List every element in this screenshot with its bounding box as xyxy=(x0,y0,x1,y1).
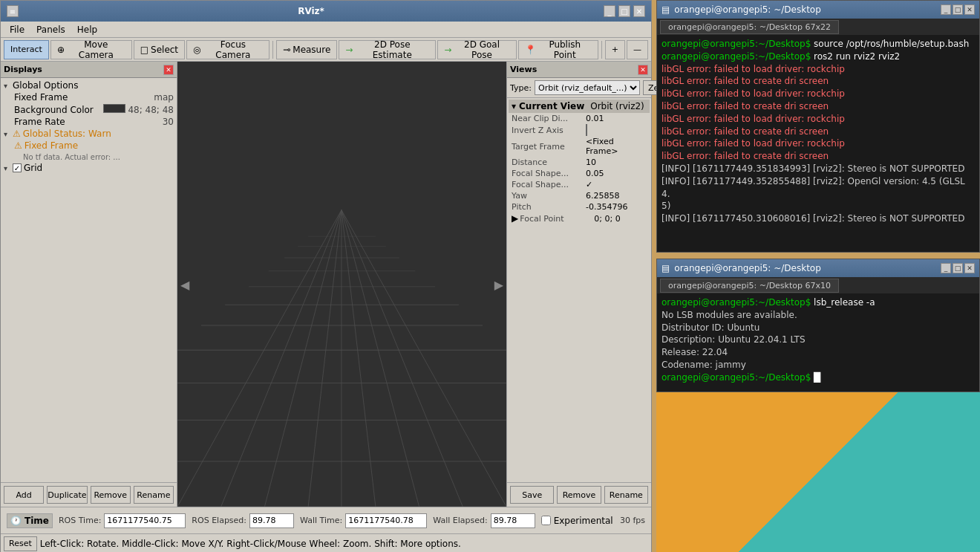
rviz-ctrl-buttons[interactable]: _ □ ✕ xyxy=(604,5,645,17)
terminal-1-titlebar: ▤ orangepi@orangepi5: ~/Desktop _ □ ✕ xyxy=(657,1,979,19)
focal-shape2-label: Focal Shape... xyxy=(512,180,586,189)
grid-label: Grid xyxy=(24,163,174,173)
terminal-2-tab[interactable]: orangepi@orangepi5: ~/Desktop 67x10 xyxy=(660,279,839,293)
bg-color-label: Background Color xyxy=(14,105,100,115)
bg-color-preview xyxy=(103,104,125,113)
duplicate-display-btn[interactable]: Duplicate xyxy=(47,486,87,504)
time-bar: 🕐 Time ROS Time: ROS Elapsed: Wall Time:… xyxy=(1,507,651,533)
term1-close[interactable]: ✕ xyxy=(964,4,975,15)
yaw-value: 6.25858 xyxy=(586,191,647,201)
window-maximize-btn[interactable]: □ xyxy=(618,5,630,17)
viewport-left-arrow[interactable]: ◀ xyxy=(180,277,189,291)
menu-panels[interactable]: Panels xyxy=(30,23,71,36)
wall-elapsed-input[interactable] xyxy=(491,513,535,528)
window-minimize-btn[interactable]: _ xyxy=(604,5,615,17)
bg-color-swatch: 48; 48; 48 xyxy=(103,104,174,115)
term1-err-7: libGL error: failed to load driver: rock… xyxy=(662,137,975,150)
invert-z-checkbox[interactable] xyxy=(586,125,647,135)
global-options-item[interactable]: ▾ Global Options xyxy=(2,79,175,91)
status-hint: Left-Click: Rotate. Middle-Click: Move X… xyxy=(40,539,461,549)
fixed-frame-status-row: ⚠ Fixed Frame xyxy=(13,140,175,152)
publish-button[interactable]: 📍 Publish Point xyxy=(518,40,598,59)
experimental-checkbox[interactable] xyxy=(541,516,551,525)
term1-minimize[interactable]: _ xyxy=(941,4,951,15)
near-clip-value: 0.01 xyxy=(586,114,647,123)
distance-value: 10 xyxy=(586,158,647,167)
terminal-2-tabbar: orangepi@orangepi5: ~/Desktop 67x10 xyxy=(657,277,979,293)
rviz-toolbar: Interact ⊕ Move Camera □ Select ◎ Focus … xyxy=(1,38,651,62)
add-display-btn[interactable]: Add xyxy=(4,486,44,504)
views-type-select[interactable]: Orbit (rviz_default_...) xyxy=(535,80,640,95)
grid-checkbox[interactable]: ✓ xyxy=(13,163,22,172)
time-section-header: 🕐 Time xyxy=(7,513,53,528)
views-close-btn[interactable]: ✕ xyxy=(638,65,648,75)
select-button[interactable]: □ Select xyxy=(134,40,185,59)
interact-button[interactable]: Interact xyxy=(4,40,49,59)
rviz-window-controls[interactable]: ≡ xyxy=(7,5,19,17)
term2-line-1: orangepi@orangepi5:~/Desktop$ lsb_releas… xyxy=(662,296,975,309)
bg-color-row: Background Color 48; 48; 48 xyxy=(13,103,175,116)
term2-close[interactable]: ✕ xyxy=(964,263,975,273)
menu-help[interactable]: Help xyxy=(71,23,103,36)
yaw-row: Yaw 6.25858 xyxy=(509,190,650,201)
rename-view-btn[interactable]: Rename xyxy=(604,486,648,504)
term1-err-5: libGL error: failed to load driver: rock… xyxy=(662,113,975,126)
displays-close-btn[interactable]: ✕ xyxy=(163,65,174,75)
wall-elapsed-group: Wall Elapsed: xyxy=(433,513,535,528)
target-frame-label: Target Frame xyxy=(512,142,586,152)
views-action-buttons: Save Remove Rename xyxy=(507,482,651,507)
window-close-btn[interactable]: ✕ xyxy=(633,5,645,17)
global-options-label: Global Options xyxy=(13,80,174,91)
displays-buttons: Add Duplicate Remove Rename xyxy=(1,482,177,507)
terminal-1-window: ▤ orangepi@orangepi5: ~/Desktop _ □ ✕ or… xyxy=(656,0,980,253)
rename-display-btn[interactable]: Rename xyxy=(134,486,174,504)
reset-btn[interactable]: Reset xyxy=(4,536,37,551)
window-menu-btn[interactable]: ≡ xyxy=(7,5,19,17)
global-status-item[interactable]: ▾ ⚠ Global Status: Warn xyxy=(2,128,175,140)
remove-view-btn[interactable]: Remove xyxy=(557,486,601,504)
term2-maximize[interactable]: □ xyxy=(953,263,963,273)
term2-minimize[interactable]: _ xyxy=(941,263,951,273)
grid-item[interactable]: ▾ ✓ Grid xyxy=(2,162,175,174)
invert-z-check[interactable] xyxy=(586,124,587,136)
current-view-arrow: ▾ xyxy=(512,101,516,111)
save-view-btn[interactable]: Save xyxy=(510,486,554,504)
term1-maximize[interactable]: □ xyxy=(953,4,963,15)
warn-icon: ⚠ xyxy=(13,129,21,139)
near-clip-label: Near Clip Di... xyxy=(512,114,586,123)
ros-time-input[interactable] xyxy=(104,513,186,528)
focus-camera-button[interactable]: ◎ Focus Camera xyxy=(186,40,270,59)
terminal-1-tab[interactable]: orangepi@orangepi5: ~/Desktop 67x22 xyxy=(660,20,839,34)
2d-pose-button[interactable]: → 2D Pose Estimate xyxy=(339,40,436,59)
viewport-right-arrow[interactable]: ▶ xyxy=(494,277,503,291)
ros-time-group: ROS Time: xyxy=(59,513,186,528)
focal-shape2-value: ✓ xyxy=(586,180,647,189)
remove-display-btn[interactable]: Remove xyxy=(91,486,131,504)
select-icon: □ xyxy=(140,45,148,55)
views-header: Views ✕ xyxy=(507,62,651,78)
term1-err-4: libGL error: failed to create dri screen xyxy=(662,100,975,113)
displays-header: Displays ✕ xyxy=(1,62,177,78)
extra-btn-1[interactable]: + xyxy=(605,40,625,59)
ros-elapsed-input[interactable] xyxy=(249,513,294,528)
menu-file[interactable]: File xyxy=(4,23,30,36)
wall-time-input[interactable] xyxy=(345,513,427,528)
move-camera-button[interactable]: ⊕ Move Camera xyxy=(50,40,132,59)
terminal-1-controls[interactable]: _ □ ✕ xyxy=(941,4,975,15)
near-clip-row: Near Clip Di... 0.01 xyxy=(509,113,650,124)
3d-viewport[interactable]: ◀ ▶ xyxy=(177,62,506,507)
main-layout: Displays ✕ ▾ Global Options Fixed Frame … xyxy=(1,62,651,507)
ros-elapsed-group: ROS Elapsed: xyxy=(192,513,294,528)
global-options-children: Fixed Frame map Background Color 48; 48;… xyxy=(13,91,175,128)
2d-goal-icon: → xyxy=(444,45,451,55)
rviz-menubar: File Panels Help xyxy=(1,22,651,38)
term1-err-1: libGL error: failed to load driver: rock… xyxy=(662,63,975,76)
terminal-2-controls[interactable]: _ □ ✕ xyxy=(941,263,975,273)
term1-err-6: libGL error: failed to create dri screen xyxy=(662,126,975,138)
measure-icon: ⊸ xyxy=(283,45,290,55)
2d-goal-button[interactable]: → 2D Goal Pose xyxy=(437,40,516,59)
measure-button[interactable]: ⊸ Measure xyxy=(276,40,337,59)
extra-btn-2[interactable]: — xyxy=(627,40,648,59)
views-content: ▾ Current View Orbit (rviz2) Near Clip D… xyxy=(507,98,651,482)
terminal-2-menu-icon: ▤ xyxy=(662,263,670,273)
